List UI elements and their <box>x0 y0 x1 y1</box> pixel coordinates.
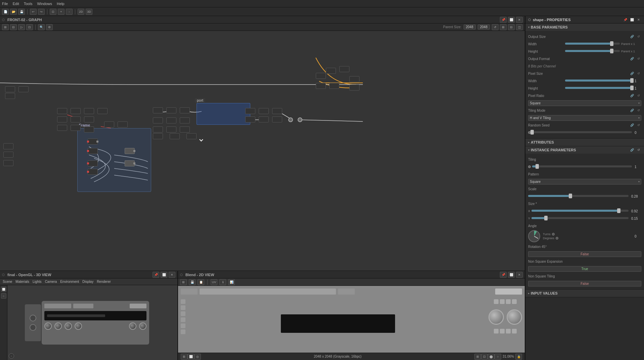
view2d-close[interactable]: ✕ <box>516 272 523 278</box>
node-fr-6[interactable] <box>349 76 359 82</box>
graph-tb-6[interactable]: ⚙ <box>46 24 53 30</box>
circle-node-1[interactable] <box>288 117 293 122</box>
random-seed-reset[interactable]: ↺ <box>636 122 641 128</box>
r-ctrl-2[interactable] <box>500 299 505 304</box>
graph-tb-2[interactable]: ⊟ <box>10 24 17 30</box>
knob-2[interactable] <box>54 322 62 330</box>
random-seed-slider[interactable] <box>532 131 632 133</box>
r-ctrl-3[interactable] <box>506 299 511 304</box>
view2d-maximize[interactable]: ⬜ <box>508 272 515 278</box>
node-ls-2[interactable] <box>3 152 13 158</box>
node-rs-1[interactable] <box>245 108 255 114</box>
save-button[interactable]: 💾 <box>18 9 25 15</box>
open-button[interactable]: 📂 <box>10 9 17 15</box>
view2d-canvas[interactable] <box>178 286 525 353</box>
frame-node-4[interactable] <box>88 169 98 175</box>
node-rs-6[interactable] <box>272 116 282 122</box>
node-pa-11[interactable] <box>170 133 180 139</box>
graph-tb-extra2[interactable]: ⊟ <box>508 24 515 30</box>
graph-pin[interactable]: 📌 <box>500 17 507 23</box>
menu-edit[interactable]: Edit <box>13 2 19 6</box>
menu-help[interactable]: Help <box>57 2 65 6</box>
view3d-maximize[interactable]: ⬜ <box>161 272 167 278</box>
props-pin[interactable]: 📌 <box>622 17 628 22</box>
view2d-fit[interactable]: ⊡ <box>481 354 488 360</box>
frame-node-1[interactable] <box>88 139 98 145</box>
side-knob-2[interactable] <box>30 324 36 331</box>
nav-materials[interactable]: Materials <box>15 280 29 284</box>
node-rs-4[interactable] <box>245 116 255 122</box>
port-node-group[interactable] <box>197 103 250 125</box>
node-mr-12[interactable] <box>84 126 94 133</box>
output-size-reset[interactable]: ↺ <box>636 34 641 39</box>
graph-area[interactable]: ⬡ FRONT-02 - GRAPH 📌 ⬜ ✕ ⊞ ⊟ ▷ ⊡ 🔍 ⚙ Par… <box>0 16 525 271</box>
node-pa-8[interactable] <box>166 126 176 133</box>
node-pa-1[interactable] <box>153 107 163 113</box>
pixel-ratio-link[interactable]: 🔗 <box>629 93 635 98</box>
pixel-width-slider[interactable] <box>565 80 632 82</box>
instance-reset[interactable]: ↺ <box>636 147 641 153</box>
redo-button[interactable]: ↪ <box>38 9 45 15</box>
pixel-height-slider[interactable] <box>565 87 632 89</box>
nav-lights[interactable]: Lights <box>33 280 42 284</box>
nav-environment[interactable]: Environment <box>60 280 79 284</box>
node-mr-6[interactable] <box>71 116 81 122</box>
node-fr-1[interactable] <box>316 73 326 79</box>
view2d-uv[interactable]: UV <box>211 279 217 285</box>
frame-box[interactable]: Frame <box>77 128 151 192</box>
view2d-info[interactable]: ℹ <box>219 279 226 285</box>
circle-node-2[interactable] <box>298 117 302 122</box>
nav-camera[interactable]: Camera <box>45 280 57 284</box>
node-pa-12[interactable] <box>153 133 163 139</box>
base-params-header[interactable]: ▾ BASE PARAMETERS <box>525 23 644 31</box>
node-fr-4[interactable] <box>316 83 326 89</box>
view2d-status-2[interactable]: ⬜ <box>187 354 194 360</box>
graph-canvas[interactable]: me port Frame <box>0 31 525 270</box>
node-pa-2[interactable] <box>166 107 176 113</box>
r-ctrl-7[interactable] <box>506 329 511 333</box>
node-fr-3[interactable] <box>339 66 349 72</box>
node-rs-3[interactable] <box>272 108 282 114</box>
attributes-header[interactable]: ▸ ATTRIBUTES <box>525 139 644 146</box>
pixel-ratio-reset[interactable]: ↺ <box>636 93 641 98</box>
node-pa-4[interactable] <box>153 117 163 123</box>
angle-wheel[interactable] <box>528 230 540 242</box>
view2d-ctrl-2[interactable] <box>181 305 185 310</box>
node-mr-8[interactable] <box>104 121 114 127</box>
view2d-ctrl-6[interactable] <box>181 329 185 334</box>
r-ctrl-5[interactable] <box>494 329 499 333</box>
zoom-in[interactable]: + <box>58 9 65 15</box>
pixel-ratio-dropdown[interactable]: Square ▾ <box>528 100 641 106</box>
knob-3[interactable] <box>65 322 72 330</box>
view-3d[interactable]: 3D <box>86 9 92 15</box>
graph-tb-1[interactable]: ⊞ <box>2 24 9 30</box>
node-tl-2[interactable] <box>18 86 29 92</box>
tiling-mode-link[interactable]: 🔗 <box>629 108 635 113</box>
output-height-slider[interactable] <box>565 50 620 52</box>
view2d-ctrl-3[interactable] <box>181 311 185 316</box>
instance-params-header[interactable]: ▾ INSTANCE PARAMETERS 🔗 ↺ <box>525 146 644 154</box>
non-sq-tiling-toggle[interactable]: False <box>528 281 641 287</box>
random-seed-link[interactable]: 🔗 <box>629 122 635 128</box>
node-mr-5[interactable] <box>57 116 67 122</box>
graph-tb-3[interactable]: ▷ <box>18 24 25 30</box>
view2d-tb-1[interactable]: ⊞ <box>180 279 187 285</box>
menu-windows[interactable]: Windows <box>37 2 52 6</box>
knob-6[interactable] <box>139 322 146 330</box>
node-pa-7[interactable] <box>153 126 163 133</box>
node-ls-1[interactable] <box>3 143 13 149</box>
undo-button[interactable]: ↩ <box>30 9 37 15</box>
non-sq-exp-toggle[interactable]: True <box>528 266 641 272</box>
nav-scene[interactable]: Scene <box>3 280 12 284</box>
parent-size-h[interactable]: 2048 <box>478 24 490 30</box>
knob-4[interactable] <box>75 322 82 330</box>
frame-node-r2[interactable] <box>125 160 135 166</box>
view2d-extra1[interactable]: ⬤ <box>488 354 495 360</box>
graph-tb-5[interactable]: 🔍 <box>38 24 45 30</box>
node-fr-5[interactable] <box>329 83 339 89</box>
view2d-status-3[interactable]: ◎ <box>194 354 201 360</box>
rotation45-toggle[interactable]: False <box>528 251 641 257</box>
view3d-canvas[interactable]: ⬜ ○ ○ <box>0 285 177 360</box>
graph-close[interactable]: ✕ <box>516 17 523 23</box>
view3d-tool-2[interactable]: ○ <box>1 293 6 299</box>
